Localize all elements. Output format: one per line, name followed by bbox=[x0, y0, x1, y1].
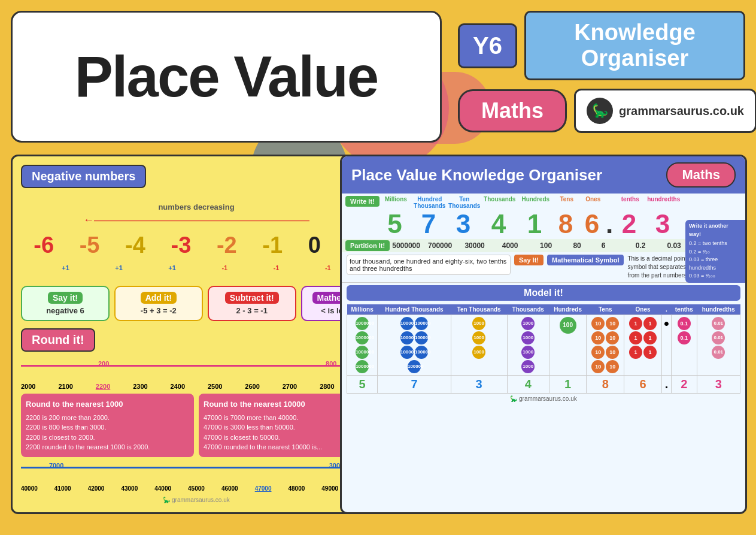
counter-h1: 100 bbox=[560, 317, 576, 334]
counter-o4: 1 bbox=[643, 331, 657, 344]
cell-ones: 11 11 11 bbox=[624, 315, 662, 376]
round-boxes: Round to the nearest 1000 2200 is 200 mo… bbox=[21, 394, 372, 457]
maths-gramma-row: Maths 🦕 grammarsaurus.co.uk bbox=[458, 89, 745, 133]
round-1000-box: Round to the nearest 1000 2200 is 200 mo… bbox=[21, 394, 194, 457]
nl2-line bbox=[21, 467, 372, 468]
cell-thousands: 1000 1000 1000 1000 bbox=[507, 315, 549, 376]
write-another-line1: 0.2 = two tenths bbox=[689, 240, 742, 248]
pval-100: 100 bbox=[528, 241, 564, 250]
total-dot: . bbox=[662, 376, 672, 394]
counter-th3: 1000 bbox=[521, 346, 535, 359]
total-3b: 3 bbox=[697, 376, 740, 394]
nl1-marker-right: 800 bbox=[326, 360, 336, 367]
right-panel-header: Place Value Knowledge Organiser Maths bbox=[342, 156, 745, 194]
col-tens: Tens bbox=[554, 196, 580, 209]
digit-6: 6 bbox=[579, 209, 605, 239]
digit-7: 7 bbox=[411, 209, 446, 239]
total-3: 3 bbox=[451, 376, 507, 394]
counter-ht7: 100000 bbox=[408, 360, 421, 373]
pval-30000: 30000 bbox=[457, 241, 492, 250]
big-digits-row: 5 7 3 4 1 8 6 . 2 3 bbox=[342, 209, 745, 239]
digit-3b: 3 bbox=[645, 209, 681, 239]
arc-labels: +1+1+1 -1-1-1 bbox=[21, 264, 372, 271]
counter-t4: 10 bbox=[606, 331, 619, 344]
write-it-badge: Write It! bbox=[345, 196, 379, 207]
num-0: 0 bbox=[308, 232, 321, 258]
nl2-numbers: 400004100042000 430004400045000 46000 47… bbox=[21, 485, 372, 492]
th-dot: . bbox=[662, 304, 672, 315]
left-panel-footer: 🦕 grammarsaurus.co.uk bbox=[21, 497, 372, 503]
col-ones: Ones bbox=[580, 196, 606, 209]
model-table-header-row: Millions Hundred Thousands Ten Thousands… bbox=[347, 304, 740, 315]
counter-ht4: 100000 bbox=[415, 331, 428, 344]
col-tthousands: TenThousands bbox=[447, 196, 482, 209]
number-line: -6 -5 -4 -3 -2 -1 0 1 bbox=[21, 232, 372, 258]
column-headers: Millions HundredThousands TenThousands T… bbox=[379, 196, 742, 209]
counter-th1: 1000 bbox=[521, 317, 535, 330]
nl2-marker-left: 7000 bbox=[49, 462, 63, 469]
arrow-left: ←———————————————————— bbox=[21, 214, 372, 226]
right-panel: Place Value Knowledge Organiser Maths Wr… bbox=[340, 155, 747, 514]
cell-tthousands: 1000 1000 1000 bbox=[451, 315, 507, 376]
digit-1: 1 bbox=[517, 209, 552, 239]
digit-3: 3 bbox=[446, 209, 481, 239]
th-thousands: Thousands bbox=[507, 304, 549, 315]
th-tenths: tenths bbox=[671, 304, 697, 315]
counter-tn2: 0.1 bbox=[678, 331, 691, 344]
cell-millions: 1000000 1000000 1000000 1000000 bbox=[347, 315, 378, 376]
counter-t5: 10 bbox=[591, 346, 605, 359]
nl1-numbers: 20002100 2200 230024002500 2600270028002… bbox=[21, 383, 372, 390]
digit-5: 5 bbox=[378, 209, 411, 239]
model-counters-row: 1000000 1000000 1000000 1000000 10000010… bbox=[347, 315, 740, 376]
partition-row: Partition It! 5000000 700000 30000 4000 … bbox=[342, 239, 745, 252]
number-line-section: numbers decreasing ←————————————————————… bbox=[21, 198, 372, 276]
total-2: 2 bbox=[671, 376, 697, 394]
pval-700000: 700000 bbox=[423, 241, 457, 250]
counter-o3: 1 bbox=[629, 331, 642, 344]
counter-tt2: 1000 bbox=[472, 331, 485, 344]
partition-badge: Partition It! bbox=[345, 240, 390, 251]
counter-o5: 1 bbox=[629, 346, 642, 359]
counter-tt1: 1000 bbox=[472, 317, 485, 330]
cell-decimal-dot: • bbox=[662, 315, 672, 376]
write-another-way-box: Write it another way! 0.2 = two tenths 0… bbox=[685, 220, 745, 283]
model-it-section: Model it! Millions Hundred Thousands Ten… bbox=[342, 283, 745, 406]
math-symbol-badge: Mathematical Symbol bbox=[547, 255, 624, 265]
title-banner: Place Value bbox=[11, 11, 442, 143]
counter-o2: 1 bbox=[643, 317, 657, 330]
th-hundreds: Hundreds bbox=[549, 304, 586, 315]
th-millions: Millions bbox=[347, 304, 378, 315]
nl1-marker-left: 200 bbox=[98, 360, 109, 367]
say-math-row: four thousand, one hundred and eighty-si… bbox=[342, 252, 745, 283]
pval-80: 80 bbox=[564, 241, 590, 250]
number-line-1: 200 800 20002100 2200 230024002500 26002… bbox=[21, 360, 372, 390]
total-8: 8 bbox=[587, 376, 624, 394]
num-neg4: -4 bbox=[125, 232, 145, 258]
round-1000-line4: 2200 rounded to the nearest 1000 is 2000… bbox=[26, 442, 189, 452]
counter-t1: 10 bbox=[591, 317, 605, 330]
top-right-section: Y6 Knowledge Organiser Maths 🦕 grammarsa… bbox=[458, 11, 745, 133]
counter-hd1: 0.01 bbox=[712, 317, 725, 330]
maths-badge: Maths bbox=[458, 89, 567, 132]
round-1000-title: Round to the nearest 1000 bbox=[26, 398, 189, 410]
total-4: 4 bbox=[507, 376, 549, 394]
th-ones: Ones bbox=[624, 304, 662, 315]
add-it-content: -5 + 3 = -2 bbox=[122, 306, 196, 315]
counter-th2: 1000 bbox=[521, 331, 535, 344]
digit-8: 8 bbox=[552, 209, 579, 239]
grammarsaurus-badge: 🦕 grammarsaurus.co.uk bbox=[574, 89, 756, 133]
num-neg2: -2 bbox=[217, 232, 237, 258]
y6-badge: Y6 bbox=[458, 23, 517, 68]
pval-dot bbox=[617, 241, 625, 250]
counter-m1: 1000000 bbox=[356, 317, 369, 330]
num-neg6: -6 bbox=[34, 232, 54, 258]
counter-ht5: 100000 bbox=[400, 346, 414, 359]
num-neg5: -5 bbox=[80, 232, 100, 258]
say-it-content: negative 6 bbox=[28, 306, 102, 315]
counter-tn1: 0.1 bbox=[678, 317, 691, 330]
total-6: 6 bbox=[624, 376, 662, 394]
nl1-line bbox=[21, 365, 372, 367]
add-it-title: Add it! bbox=[141, 292, 177, 304]
cell-tenths: 0.1 0.1 bbox=[671, 315, 697, 376]
round-it-section: Round it! 200 800 20002100 2200 23002400… bbox=[21, 328, 372, 492]
